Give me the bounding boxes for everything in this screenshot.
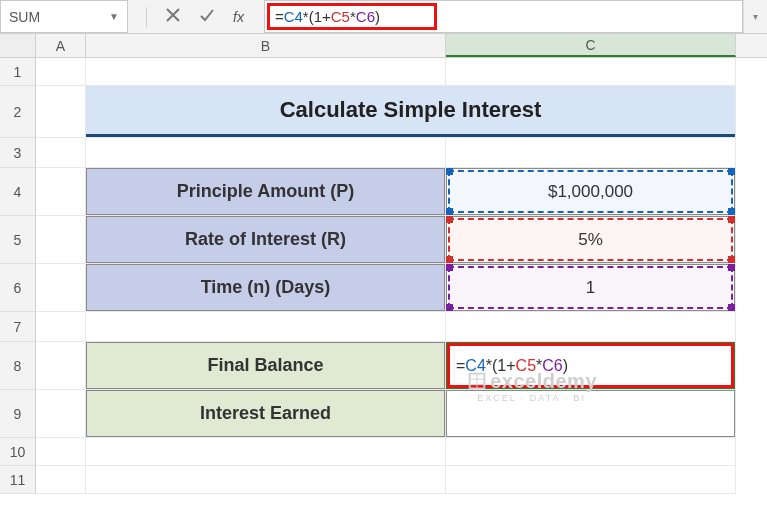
cell-area: Calculate Simple Interest Principle Amou…: [36, 58, 767, 494]
title-banner: Calculate Simple Interest: [86, 86, 735, 137]
cell-formula-text: =C4*(1+C5*C6): [446, 357, 735, 375]
value-rate: 5%: [446, 216, 735, 263]
cell-a4[interactable]: [36, 168, 86, 216]
ref-handle[interactable]: [446, 208, 453, 215]
ref-handle[interactable]: [728, 216, 735, 223]
cell-b5[interactable]: Rate of Interest (R): [86, 216, 446, 264]
chevron-down-icon[interactable]: ▼: [109, 11, 119, 22]
cell-a5[interactable]: [36, 216, 86, 264]
row-head-1[interactable]: 1: [0, 58, 36, 86]
expand-formula-bar-icon[interactable]: ▾: [743, 0, 767, 33]
cell-b7[interactable]: [86, 312, 446, 342]
row-head-4[interactable]: 4: [0, 168, 36, 216]
col-head-b[interactable]: B: [86, 34, 446, 57]
value-rate-text: 5%: [578, 230, 603, 250]
row-head-5[interactable]: 5: [0, 216, 36, 264]
row-head-11[interactable]: 11: [0, 466, 36, 494]
cell-a8[interactable]: [36, 342, 86, 390]
ref-handle[interactable]: [728, 304, 735, 311]
cell-a2[interactable]: [36, 86, 86, 138]
cell-c3[interactable]: [446, 138, 736, 168]
row-head-6[interactable]: 6: [0, 264, 36, 312]
cell-b11[interactable]: [86, 466, 446, 494]
label-principle: Principle Amount (P): [86, 168, 445, 215]
cf-m1: *(1+: [486, 357, 516, 374]
cell-b3[interactable]: [86, 138, 446, 168]
col-head-a[interactable]: A: [36, 34, 86, 57]
label-principle-text: Principle Amount (P): [177, 181, 354, 202]
cf-suf: ): [563, 357, 568, 374]
cell-b6[interactable]: Time (n) (Days): [86, 264, 446, 312]
cell-a10[interactable]: [36, 438, 86, 466]
ref-handle[interactable]: [728, 208, 735, 215]
row-header-strip: 1 2 3 4 5 6 7 8 9 10 11: [0, 58, 36, 494]
cell-a3[interactable]: [36, 138, 86, 168]
ref-handle[interactable]: [446, 168, 453, 175]
ref-handle[interactable]: [446, 304, 453, 311]
value-principle-text: $1,000,000: [548, 182, 633, 202]
formula-txt: *(1+: [303, 8, 331, 25]
select-all-corner[interactable]: [0, 34, 36, 57]
formula-input[interactable]: =C4*(1+C5*C6): [264, 0, 743, 33]
value-principle: $1,000,000: [446, 168, 735, 215]
formula-bar-row: SUM ▼ fx =C4*(1+C5*C6) ▾: [0, 0, 767, 34]
cell-b9[interactable]: Interest Earned: [86, 390, 446, 438]
label-rate: Rate of Interest (R): [86, 216, 445, 263]
cell-b8[interactable]: Final Balance: [86, 342, 446, 390]
label-rate-text: Rate of Interest (R): [185, 229, 346, 250]
cell-b1[interactable]: [86, 58, 446, 86]
row-head-9[interactable]: 9: [0, 390, 36, 438]
formula-ref-c4: C4: [284, 8, 303, 25]
formula-ref-c5: C5: [331, 8, 350, 25]
formula-eq: =: [275, 8, 284, 25]
ref-handle[interactable]: [446, 264, 453, 271]
ref-handle[interactable]: [728, 264, 735, 271]
value-time: 1: [446, 264, 735, 311]
cell-b4[interactable]: Principle Amount (P): [86, 168, 446, 216]
ref-handle[interactable]: [446, 216, 453, 223]
cancel-icon[interactable]: [165, 7, 181, 26]
cf-eq: =: [456, 357, 465, 374]
grid: 1 2 3 4 5 6 7 8 9 10 11 Calculate Simple…: [0, 58, 767, 494]
separator: [146, 7, 147, 27]
cell-c8-active[interactable]: =C4*(1+C5*C6): [446, 342, 736, 390]
label-interest-earned: Interest Earned: [86, 390, 445, 437]
formula-text: =C4*(1+C5*C6): [269, 8, 380, 25]
row-head-3[interactable]: 3: [0, 138, 36, 168]
name-box[interactable]: SUM ▼: [0, 0, 128, 33]
ref-handle[interactable]: [728, 256, 735, 263]
cell-a7[interactable]: [36, 312, 86, 342]
label-time-text: Time (n) (Days): [201, 277, 331, 298]
label-time: Time (n) (Days): [86, 264, 445, 311]
row-head-2[interactable]: 2: [0, 86, 36, 138]
ref-handle[interactable]: [446, 256, 453, 263]
cell-c10[interactable]: [446, 438, 736, 466]
label-interest-earned-text: Interest Earned: [200, 403, 331, 424]
cf-ref3: C6: [542, 357, 562, 374]
cell-a11[interactable]: [36, 466, 86, 494]
formula-bar-controls: fx: [128, 0, 264, 33]
title-cell[interactable]: Calculate Simple Interest: [86, 86, 736, 138]
cell-c7[interactable]: [446, 312, 736, 342]
cf-ref1: C4: [465, 357, 485, 374]
value-time-text: 1: [586, 278, 595, 298]
col-head-c[interactable]: C: [446, 34, 736, 57]
enter-icon[interactable]: [199, 7, 215, 26]
formula-txt3: ): [375, 8, 380, 25]
cell-a6[interactable]: [36, 264, 86, 312]
row-head-10[interactable]: 10: [0, 438, 36, 466]
cell-b10[interactable]: [86, 438, 446, 466]
row-head-7[interactable]: 7: [0, 312, 36, 342]
row-head-8[interactable]: 8: [0, 342, 36, 390]
ref-handle[interactable]: [728, 168, 735, 175]
cell-c11[interactable]: [446, 466, 736, 494]
cell-c1[interactable]: [446, 58, 736, 86]
fx-label[interactable]: fx: [233, 9, 252, 25]
cell-a1[interactable]: [36, 58, 86, 86]
cell-c6[interactable]: 1: [446, 264, 736, 312]
cell-a9[interactable]: [36, 390, 86, 438]
cell-c9[interactable]: [446, 390, 736, 438]
column-header-row: A B C: [0, 34, 767, 58]
cell-c4[interactable]: $1,000,000: [446, 168, 736, 216]
cell-c5[interactable]: 5%: [446, 216, 736, 264]
